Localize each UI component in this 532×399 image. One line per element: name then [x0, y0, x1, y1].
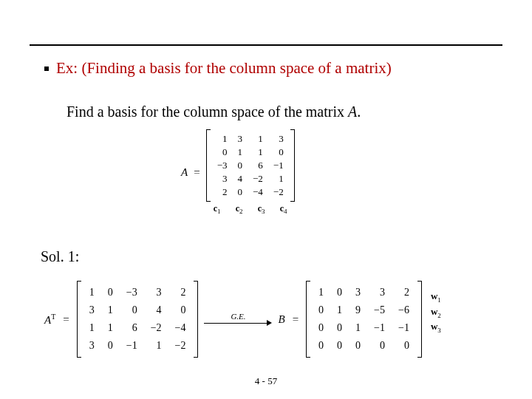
bullet-icon [44, 66, 49, 71]
row-labels: w1 w2 w3 [431, 289, 441, 349]
slide: Ex: (Finding a basis for the column spac… [0, 0, 532, 399]
table-row: 10−332 [83, 284, 193, 301]
table-row: 00000 [312, 337, 416, 355]
problem-text: Find a basis for the column space of the… [66, 103, 348, 120]
table-row: 20−4−2 [212, 185, 289, 199]
table-row: 30−11−2 [83, 337, 193, 355]
col-label: c4 [273, 203, 295, 215]
ge-arrow: G.E. [204, 312, 272, 327]
lhs-A: A [181, 166, 188, 179]
table-row: 34−21 [212, 172, 289, 185]
table-row: 019−5−6 [312, 301, 416, 319]
title-row: Ex: (Finding a basis for the column spac… [44, 59, 392, 78]
page-number: 4 - 57 [0, 375, 532, 387]
matrix-A-grid: 1313 0110 −306−1 34−21 20−4−2 [212, 132, 289, 199]
equation-A: A = 1313 0110 −306−1 34−21 20−4−2 c1 c2 … [181, 129, 295, 215]
right-bracket-icon [417, 281, 422, 358]
arrow-icon [204, 319, 272, 327]
right-bracket-icon [194, 281, 198, 358]
equation-solution: AT = 10−332 31040 116−2−4 30−11−2 G.E. B… [44, 281, 441, 358]
matrix-A: 1313 0110 −306−1 34−21 20−4−2 [206, 129, 295, 202]
table-row: 116−2−4 [83, 319, 193, 337]
matrix-AT-grid: 10−332 31040 116−2−4 30−11−2 [83, 284, 193, 355]
left-bracket-icon [206, 129, 211, 202]
table-row: 10332 [312, 284, 416, 301]
left-bracket-icon [306, 281, 310, 358]
equals-sign-3: = [291, 313, 300, 326]
column-labels: c1 c2 c3 c4 [206, 203, 295, 215]
lhs-AT: AT [44, 313, 55, 327]
col-label: c2 [228, 203, 250, 215]
row-label: w1 [431, 290, 441, 304]
problem-statement: Find a basis for the column space of the… [66, 103, 361, 120]
example-title: Ex: (Finding a basis for the column spac… [56, 59, 392, 78]
left-bracket-icon [77, 281, 81, 358]
table-row: 31040 [83, 301, 193, 319]
matrix-B-grid: 10332 019−5−6 001−1−1 00000 [312, 284, 416, 355]
matrix-A-block: 1313 0110 −306−1 34−21 20−4−2 c1 c2 c3 c… [206, 129, 295, 215]
matrix-AT: 10−332 31040 116−2−4 30−11−2 [77, 281, 199, 358]
lhs-B: B [278, 313, 284, 326]
table-row: 0110 [212, 146, 289, 159]
problem-var: A [348, 103, 357, 120]
row-label: w3 [431, 321, 441, 334]
table-row: 001−1−1 [312, 319, 416, 337]
equals-sign-2: = [61, 313, 70, 326]
matrix-B: 10332 019−5−6 001−1−1 00000 [306, 281, 422, 358]
problem-suffix: . [357, 103, 361, 120]
right-bracket-icon [290, 129, 295, 202]
horizontal-rule [30, 44, 502, 46]
table-row: 1313 [212, 132, 289, 146]
solution-label: Sol. 1: [41, 248, 79, 265]
row-label: w2 [431, 306, 441, 319]
equals-sign-1: = [192, 166, 201, 179]
col-label: c1 [206, 203, 228, 215]
table-row: −306−1 [212, 159, 289, 172]
col-label: c3 [250, 203, 273, 215]
row-label [431, 336, 441, 348]
